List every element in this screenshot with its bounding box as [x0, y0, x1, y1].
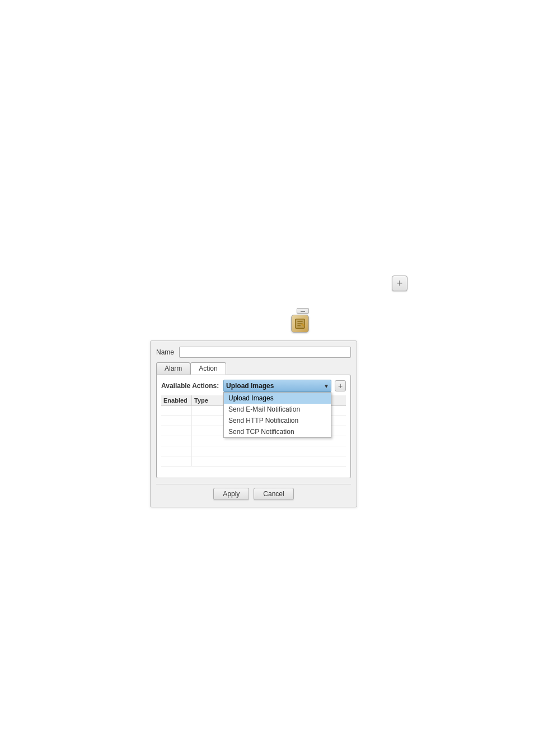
col-header-enabled: Enabled: [161, 395, 192, 405]
table-row: [161, 456, 346, 466]
remove-button[interactable]: [297, 308, 309, 314]
apply-button[interactable]: Apply: [213, 488, 249, 500]
rule-svg-icon: [294, 318, 306, 330]
minus-icon: [300, 310, 306, 312]
cancel-button[interactable]: Cancel: [254, 488, 293, 500]
name-label: Name: [156, 348, 176, 356]
td-enabled-4: [161, 436, 192, 446]
tab-content-action: Available Actions: Upload Images Send E-…: [156, 375, 351, 478]
rule-icon: [291, 315, 309, 333]
menu-item-send-http[interactable]: Send HTTP Notification: [224, 415, 331, 426]
action-dropdown[interactable]: Upload Images Send E-Mail Notification S…: [223, 380, 331, 392]
plus-icon: +: [397, 278, 403, 288]
available-actions-row: Available Actions: Upload Images Send E-…: [161, 380, 346, 392]
available-actions-label: Available Actions:: [161, 382, 220, 390]
menu-item-send-email[interactable]: Send E-Mail Notification: [224, 404, 331, 415]
td-enabled-6: [161, 456, 192, 466]
table-row: [161, 446, 346, 456]
svg-rect-0: [301, 311, 305, 312]
name-input[interactable]: [179, 347, 351, 358]
tab-alarm[interactable]: Alarm: [156, 362, 190, 375]
name-row: Name: [156, 347, 351, 358]
add-action-button[interactable]: +: [335, 380, 346, 391]
dropdown-menu: Upload Images Send E-Mail Notification S…: [223, 392, 331, 438]
menu-item-upload-images[interactable]: Upload Images: [224, 393, 331, 404]
td-type-5: [192, 446, 346, 456]
td-enabled-2: [161, 416, 192, 426]
add-rule-button[interactable]: +: [392, 276, 407, 291]
td-enabled-1: [161, 406, 192, 416]
td-enabled-5: [161, 446, 192, 456]
td-type-6: [192, 456, 346, 466]
tab-action[interactable]: Action: [190, 362, 226, 375]
td-enabled-3: [161, 426, 192, 436]
menu-item-send-tcp[interactable]: Send TCP Notification: [224, 426, 331, 437]
tabs-row: Alarm Action: [156, 362, 351, 375]
main-panel: Name Alarm Action Available Actions: Upl…: [150, 340, 357, 507]
footer-buttons: Apply Cancel: [156, 484, 351, 501]
action-dropdown-container: Upload Images Send E-Mail Notification S…: [223, 380, 331, 392]
